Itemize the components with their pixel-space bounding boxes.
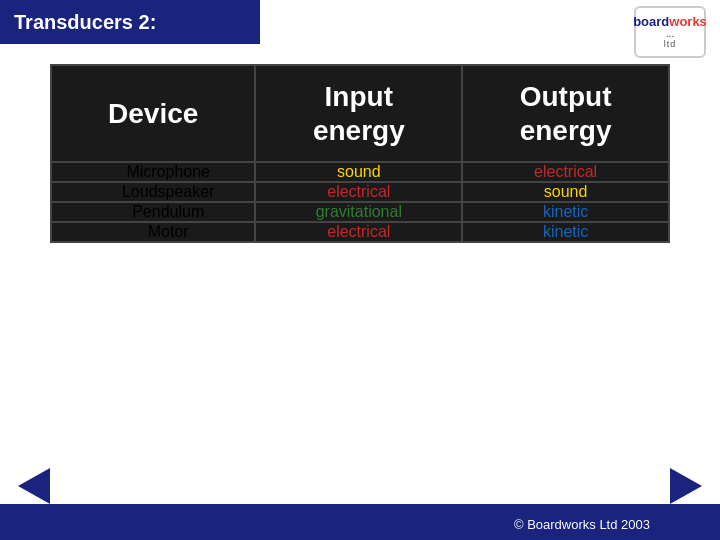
logo-text: boardworks [633, 15, 707, 28]
input-energy-cell: sound [255, 162, 462, 182]
table-row: Microphonesoundelectrical [51, 162, 669, 182]
arrow-left-icon [18, 468, 50, 504]
output-energy-cell: sound [462, 182, 669, 202]
logo-tagline: ltd [664, 39, 677, 49]
nav-back-button[interactable] [10, 468, 58, 504]
arrow-right-icon [670, 468, 702, 504]
logo: boardworks ... ltd [634, 6, 706, 58]
copyright-text: © Boardworks Ltd 2003 [514, 517, 650, 532]
input-energy-cell: electrical [255, 182, 462, 202]
logo-dots: ... [666, 28, 674, 39]
input-energy-cell: electrical [255, 222, 462, 242]
col-device: Device [51, 65, 255, 162]
footer-bar: © Boardworks Ltd 2003 [0, 504, 720, 540]
device-cell: Pendulum [51, 202, 255, 222]
device-cell: Microphone [51, 162, 255, 182]
output-energy-cell: kinetic [462, 222, 669, 242]
table-row: Pendulumgravitationalkinetic [51, 202, 669, 222]
col-output: Outputenergy [462, 65, 669, 162]
table-row: Loudspeakerelectricalsound [51, 182, 669, 202]
col-input: Inputenergy [255, 65, 462, 162]
output-energy-cell: kinetic [462, 202, 669, 222]
output-energy-cell: electrical [462, 162, 669, 182]
table-row: Motorelectricalkinetic [51, 222, 669, 242]
transducers-table: Device Inputenergy Outputenergy Micropho… [50, 64, 670, 243]
table-header-row: Device Inputenergy Outputenergy [51, 65, 669, 162]
header-bar: Transducers 2: [0, 0, 260, 44]
main-content: Device Inputenergy Outputenergy Micropho… [0, 44, 720, 253]
device-cell: Motor [51, 222, 255, 242]
input-energy-cell: gravitational [255, 202, 462, 222]
page-title: Transducers 2: [14, 11, 156, 34]
device-cell: Loudspeaker [51, 182, 255, 202]
nav-forward-button[interactable] [662, 468, 710, 504]
